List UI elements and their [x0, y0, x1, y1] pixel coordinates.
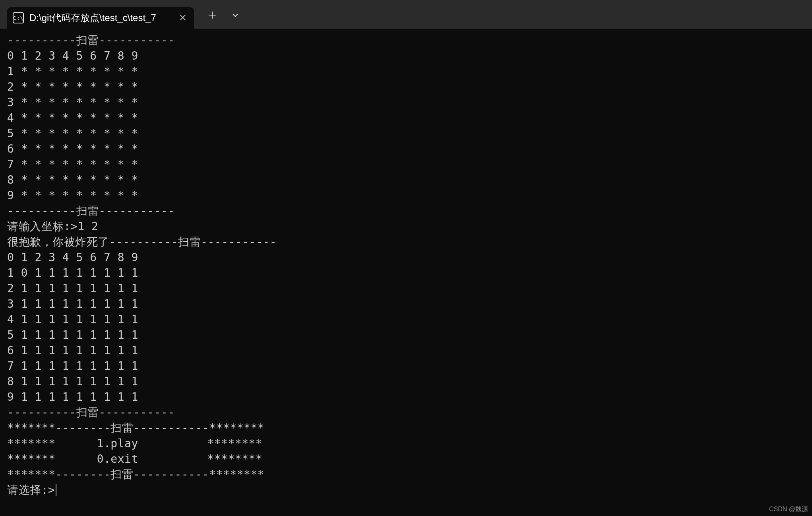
terminal-line: 5 * * * * * * * * *: [7, 127, 138, 140]
terminal-line: ******* 1.play ********: [7, 437, 262, 450]
terminal-line: 8 * * * * * * * * *: [7, 173, 138, 186]
active-tab[interactable]: C:\ D:\git代码存放点\test_c\test_7: [7, 7, 194, 29]
terminal-line: ----------扫雷-----------: [7, 204, 175, 217]
tab-dropdown-button[interactable]: [230, 12, 241, 20]
tab-title: D:\git代码存放点\test_c\test_7: [29, 12, 172, 24]
terminal-line: 3 1 1 1 1 1 1 1 1 1: [7, 297, 138, 310]
terminal-line: 2 1 1 1 1 1 1 1 1 1: [7, 282, 138, 295]
terminal-line: 9 * * * * * * * * *: [7, 189, 138, 202]
terminal-line: ----------扫雷-----------: [7, 406, 175, 419]
close-icon: [179, 14, 186, 21]
terminal-line: 3 * * * * * * * * *: [7, 96, 138, 109]
terminal-line: *******--------扫雷-----------********: [7, 468, 264, 481]
new-tab-button[interactable]: [207, 10, 218, 21]
terminal-output[interactable]: ----------扫雷----------- 0 1 2 3 4 5 6 7 …: [0, 29, 812, 502]
chevron-down-icon: [232, 12, 239, 19]
terminal-line: *******--------扫雷-----------********: [7, 421, 264, 435]
terminal-line: 6 * * * * * * * * *: [7, 142, 138, 155]
terminal-line: 8 1 1 1 1 1 1 1 1 1: [7, 375, 138, 388]
terminal-line: 很抱歉，你被炸死了----------扫雷-----------: [7, 235, 277, 248]
close-tab-button[interactable]: [178, 13, 188, 23]
terminal-line: 1 * * * * * * * * *: [7, 65, 138, 78]
terminal-cursor: [56, 484, 56, 496]
terminal-line: 4 * * * * * * * * *: [7, 111, 138, 124]
terminal-line: 6 1 1 1 1 1 1 1 1 1: [7, 344, 138, 357]
terminal-line: 1 0 1 1 1 1 1 1 1 1: [7, 266, 138, 279]
terminal-line: 7 1 1 1 1 1 1 1 1 1: [7, 359, 138, 372]
watermark: CSDN @魏源: [769, 505, 808, 514]
terminal-line: 0 1 2 3 4 5 6 7 8 9: [7, 49, 138, 62]
terminal-line: 7 * * * * * * * * *: [7, 158, 138, 171]
terminal-icon: C:\: [13, 12, 24, 23]
terminal-line: 0 1 2 3 4 5 6 7 8 9: [7, 251, 138, 264]
terminal-prompt: 请选择:>: [7, 483, 55, 497]
terminal-line: 4 1 1 1 1 1 1 1 1 1: [7, 313, 138, 326]
window-titlebar: C:\ D:\git代码存放点\test_c\test_7: [0, 0, 812, 29]
terminal-line: ----------扫雷-----------: [7, 34, 175, 47]
terminal-line: 5 1 1 1 1 1 1 1 1 1: [7, 328, 138, 341]
plus-icon: [208, 11, 216, 19]
terminal-line: 请输入坐标:>1 2: [7, 220, 98, 233]
terminal-line: 2 * * * * * * * * *: [7, 80, 138, 93]
terminal-line: ******* 0.exit ********: [7, 452, 262, 466]
terminal-line: 9 1 1 1 1 1 1 1 1 1: [7, 390, 138, 403]
